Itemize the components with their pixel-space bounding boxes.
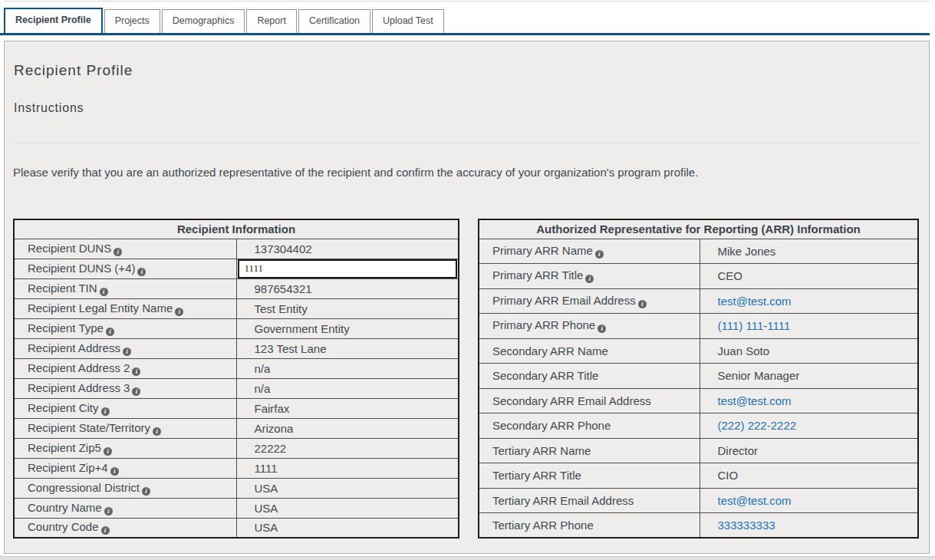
table-row: Secondary ARR TitleSenior Manager (479, 364, 918, 389)
footer-band (0, 556, 935, 560)
row-label: Recipient Address 2i (14, 358, 236, 378)
row-value: 1111 (236, 458, 459, 478)
row-value: USA (236, 518, 459, 538)
row-value-link[interactable]: test@test.com (718, 494, 792, 507)
row-label-text: Secondary ARR Phone (492, 419, 611, 432)
row-label-text: Recipient Zip+4 (28, 461, 108, 474)
top-divider (4, 1, 929, 2)
tab-demographics[interactable]: Demographics (162, 9, 245, 33)
row-value-link[interactable]: (111) 111-1111 (718, 319, 791, 332)
row-label: Recipient DUNS (+4)i (14, 259, 236, 278)
info-icon[interactable]: i (100, 288, 108, 296)
instructions-heading: Instructions (14, 101, 84, 115)
info-icon[interactable]: i (101, 526, 110, 535)
table-row: Recipient Address 2in/a (14, 358, 459, 378)
table-row: Secondary ARR NameJuan Soto (479, 338, 918, 364)
row-value: 22222 (236, 438, 459, 458)
row-label: Recipient Zip+4i (14, 458, 236, 478)
info-icon[interactable]: i (132, 367, 140, 376)
table-row: Recipient Address 3in/a (14, 378, 459, 398)
row-label: Country Namei (14, 498, 236, 518)
row-label-text: Recipient TIN (28, 282, 97, 295)
info-icon[interactable]: i (175, 308, 183, 316)
row-label: Tertiary ARR Email Address (479, 488, 700, 513)
row-label: Tertiary ARR Phone (479, 513, 700, 539)
row-value: 987654321 (236, 278, 459, 298)
row-label-text: Country Code (28, 520, 99, 533)
info-icon[interactable]: i (137, 268, 146, 276)
tables-container: Recipient Information Recipient DUNSi137… (13, 219, 919, 539)
row-label: Secondary ARR Title (479, 364, 700, 389)
table-row: Recipient Legal Entity NameiTest Entity (14, 298, 459, 318)
row-label-text: Recipient State/Territory (28, 421, 150, 434)
row-label-text: Recipient Legal Entity Name (28, 301, 173, 315)
tab-report[interactable]: Report (246, 9, 297, 33)
row-label: Recipient TINi (14, 278, 236, 298)
row-label-text: Recipient Zip5 (28, 441, 101, 454)
row-value-link[interactable]: 333333333 (718, 519, 775, 532)
row-value: USA (236, 478, 459, 498)
row-label: Recipient DUNSi (14, 239, 236, 259)
tab-recipient-profile[interactable]: Recipient Profile (4, 8, 103, 33)
info-icon[interactable]: i (638, 300, 647, 308)
tab-bar: Recipient ProfileProjectsDemographicsRep… (0, 8, 930, 35)
row-label-text: Tertiary ARR Phone (492, 519, 594, 532)
row-label-text: Primary ARR Phone (492, 318, 595, 331)
info-icon[interactable]: i (595, 250, 604, 259)
info-icon[interactable]: i (104, 447, 112, 456)
table-row: Recipient DUNS (+4)i (14, 259, 459, 278)
row-label-text: Recipient Type (28, 321, 104, 334)
info-icon[interactable]: i (132, 387, 140, 396)
row-label: Recipient Cityi (14, 398, 236, 418)
row-label-text: Recipient Address 2 (28, 361, 130, 374)
row-label: Secondary ARR Email Address (479, 388, 700, 413)
recipient-duns-plus4-input[interactable] (238, 259, 458, 278)
row-value-link[interactable]: test@test.com (718, 394, 792, 407)
row-label-text: Recipient Address (28, 341, 120, 354)
table-row: Recipient State/TerritoryiArizona (14, 418, 459, 438)
row-label: Country Codei (14, 518, 236, 538)
row-label: Tertiary ARR Title (479, 463, 700, 489)
info-icon[interactable]: i (123, 348, 131, 356)
info-icon[interactable]: i (104, 507, 113, 516)
table-row: Primary ARR Phonei(111) 111-1111 (479, 314, 918, 339)
row-label-text: Tertiary ARR Name (492, 444, 591, 457)
table-row: Primary ARR Email Addressitest@test.com (479, 288, 918, 314)
tab-projects[interactable]: Projects (104, 9, 160, 33)
row-value: Mike Jones (700, 239, 918, 264)
row-label: Primary ARR Namei (479, 239, 700, 264)
table-row: Recipient TINi987654321 (14, 278, 459, 298)
info-icon[interactable]: i (114, 248, 122, 256)
row-label: Recipient Legal Entity Namei (14, 298, 236, 318)
row-value: Arizona (236, 418, 459, 438)
row-label: Recipient Addressi (14, 338, 236, 358)
row-label: Tertiary ARR Name (479, 438, 700, 463)
tab-certification[interactable]: Certification (298, 9, 370, 33)
tab-upload-test[interactable]: Upload Test (372, 9, 444, 33)
table-row: Recipient Addressi123 Test Lane (14, 338, 459, 358)
row-label: Recipient Zip5i (14, 438, 236, 458)
info-icon[interactable]: i (101, 407, 110, 416)
info-icon[interactable]: i (585, 275, 594, 283)
row-value-link[interactable]: test@test.com (718, 295, 792, 308)
arr-table-body: Primary ARR NameiMike JonesPrimary ARR T… (479, 239, 918, 538)
info-icon[interactable]: i (598, 324, 606, 333)
table-row: Primary ARR NameiMike Jones (479, 239, 918, 264)
row-label: Congressional Districti (14, 478, 236, 498)
row-label-text: Recipient DUNS (28, 242, 111, 255)
row-label-text: Primary ARR Title (492, 268, 583, 282)
content-panel: Recipient Profile Instructions Please ve… (4, 41, 930, 554)
table-row: Recipient DUNSi137304402 (14, 239, 459, 259)
info-icon[interactable]: i (142, 487, 150, 496)
row-label-text: Primary ARR Name (492, 244, 593, 257)
recipient-information-table: Recipient Information Recipient DUNSi137… (13, 219, 459, 539)
info-icon[interactable]: i (110, 467, 119, 476)
row-label-text: Country Name (28, 501, 102, 514)
table-row: Recipient Zip5i22222 (14, 438, 459, 458)
info-icon[interactable]: i (106, 328, 114, 336)
table-row: Tertiary ARR Email Addresstest@test.com (479, 488, 918, 513)
row-value-link[interactable]: (222) 222-2222 (718, 419, 797, 432)
row-value: Fairfax (236, 398, 459, 418)
row-label-text: Recipient DUNS (+4) (28, 262, 135, 275)
info-icon[interactable]: i (153, 427, 161, 436)
